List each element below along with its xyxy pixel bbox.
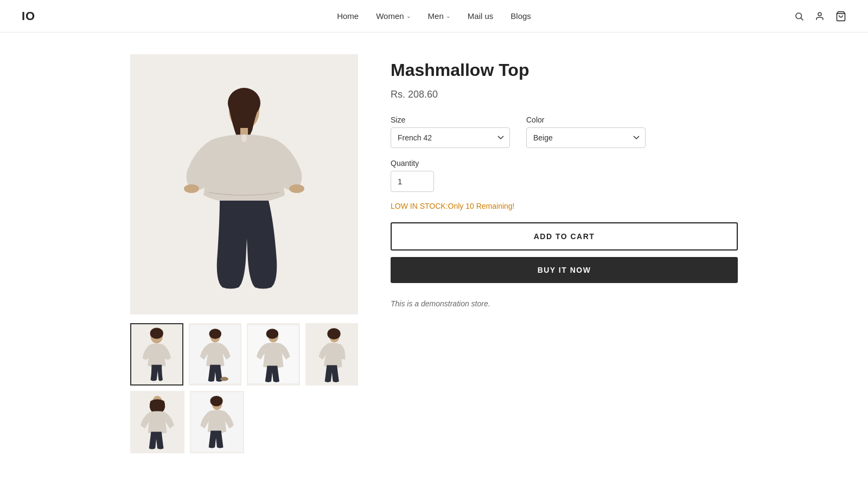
color-label: Color: [526, 115, 646, 124]
thumbnail-5[interactable]: [130, 391, 184, 453]
options-row: Size French 42 French 36 French 38 Frenc…: [391, 115, 738, 148]
svg-line-1: [801, 18, 803, 20]
nav-home[interactable]: Home: [337, 11, 359, 21]
buy-it-now-button[interactable]: BUY IT NOW: [391, 257, 738, 283]
nav-blogs[interactable]: Blogs: [510, 11, 531, 21]
quantity-input[interactable]: [391, 171, 434, 192]
svg-point-17: [220, 377, 228, 381]
svg-point-2: [818, 12, 821, 16]
page-container: Mashmallow Top Rs. 208.60 Size French 42…: [108, 54, 760, 459]
product-price: Rs. 208.60: [391, 89, 738, 100]
nav-women[interactable]: Women ⌄: [376, 11, 410, 21]
stock-warning: LOW IN STOCK:Only 10 Remaining!: [391, 202, 738, 210]
quantity-label: Quantity: [391, 159, 738, 168]
color-select[interactable]: Beige White Black Grey: [526, 127, 646, 148]
svg-point-13: [150, 328, 163, 339]
cart-button[interactable]: [835, 11, 846, 22]
thumbnail-row-2: [130, 391, 358, 453]
svg-point-9: [289, 184, 304, 193]
svg-point-0: [796, 13, 802, 19]
add-to-cart-button[interactable]: ADD TO CART: [391, 222, 738, 251]
main-product-image: [130, 54, 358, 314]
main-nav: Home Women ⌄ Men ⌄ Mail us Blogs: [337, 11, 531, 21]
thumbnail-3[interactable]: [247, 323, 300, 386]
product-title: Mashmallow Top: [391, 60, 738, 80]
nav-mail-us[interactable]: Mail us: [468, 11, 494, 21]
product-images: [130, 54, 358, 459]
user-icon: [815, 11, 825, 21]
search-icon: [794, 11, 804, 21]
svg-point-16: [209, 329, 221, 339]
thumbnail-2[interactable]: [189, 323, 242, 386]
nav-men[interactable]: Men ⌄: [428, 11, 450, 21]
product-details: Mashmallow Top Rs. 208.60 Size French 42…: [391, 54, 738, 459]
size-select[interactable]: French 42 French 36 French 38 French 40 …: [391, 127, 510, 148]
login-button[interactable]: [815, 11, 825, 21]
search-button[interactable]: [794, 11, 804, 21]
site-header: IO Home Women ⌄ Men ⌄ Mail us Blogs: [0, 0, 868, 33]
thumbnail-row-1: [130, 323, 358, 386]
svg-point-10: [241, 134, 247, 142]
demo-store-note: This is a demonstration store.: [391, 299, 738, 308]
men-chevron-icon: ⌄: [446, 13, 450, 19]
size-option-group: Size French 42 French 36 French 38 Frenc…: [391, 115, 510, 148]
thumbnail-6[interactable]: [190, 391, 244, 453]
size-label: Size: [391, 115, 510, 124]
thumbnail-1[interactable]: [130, 323, 183, 386]
svg-point-28: [210, 396, 223, 406]
color-option-group: Color Beige White Black Grey: [526, 115, 646, 148]
svg-point-20: [266, 329, 278, 339]
cart-icon: [835, 11, 846, 22]
women-chevron-icon: ⌄: [406, 13, 411, 19]
svg-point-8: [184, 184, 199, 193]
quantity-group: Quantity: [391, 159, 738, 192]
svg-point-23: [327, 328, 340, 339]
thumbnail-4[interactable]: [305, 323, 359, 386]
site-logo[interactable]: IO: [22, 9, 35, 23]
header-icons: [794, 11, 846, 22]
